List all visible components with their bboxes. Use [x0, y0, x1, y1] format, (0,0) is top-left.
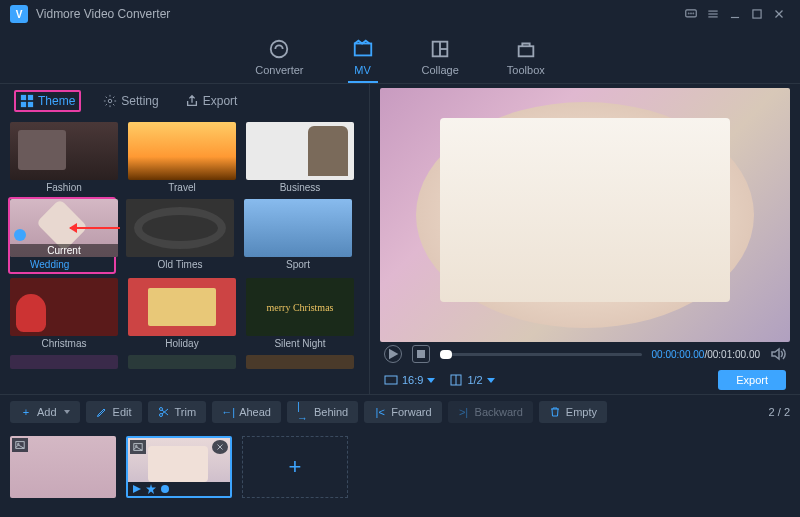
tab-mv[interactable]: MV	[348, 28, 378, 83]
forward-icon: |<	[374, 406, 386, 418]
svg-rect-16	[518, 46, 533, 56]
svg-rect-24	[385, 376, 397, 384]
behind-button[interactable]: |→Behind	[287, 401, 358, 423]
behind-icon: |→	[297, 406, 309, 418]
timeline-clip-2[interactable]	[126, 436, 232, 498]
remove-clip-icon[interactable]	[212, 440, 228, 454]
chevron-down-icon	[64, 410, 70, 414]
theme-icon	[20, 94, 34, 108]
app-logo-icon: V	[10, 5, 28, 23]
play-icon[interactable]	[132, 484, 142, 494]
subtab-export-label: Export	[203, 94, 238, 108]
main-tabs: Converter MV Collage Toolbox	[0, 28, 800, 84]
theme-holiday[interactable]: Holiday	[128, 278, 236, 351]
image-icon	[130, 440, 146, 454]
feedback-icon[interactable]	[680, 3, 702, 25]
toolbox-icon	[515, 38, 537, 60]
minimize-button[interactable]	[724, 3, 746, 25]
svg-rect-12	[354, 43, 371, 55]
tab-toolbox[interactable]: Toolbox	[503, 28, 549, 83]
trash-icon	[549, 406, 561, 418]
svg-rect-18	[28, 95, 33, 100]
svg-rect-20	[28, 102, 33, 107]
svg-rect-8	[753, 10, 761, 18]
video-preview[interactable]	[380, 88, 790, 342]
svg-marker-35	[133, 485, 141, 493]
subtab-setting[interactable]: Setting	[99, 92, 162, 110]
subtab-theme-label: Theme	[38, 94, 75, 108]
stop-button[interactable]	[412, 345, 430, 363]
seek-bar[interactable]	[440, 353, 642, 356]
export-icon	[185, 94, 199, 108]
theme-wedding[interactable]: Current Wedding	[8, 197, 116, 274]
theme-business[interactable]: Business	[246, 122, 354, 195]
page-icon	[449, 373, 463, 387]
svg-point-11	[271, 40, 288, 57]
edit-icon	[96, 406, 108, 418]
svg-point-3	[693, 13, 694, 14]
maximize-button[interactable]	[746, 3, 768, 25]
edit-button[interactable]: Edit	[86, 401, 142, 423]
ahead-icon: ←|	[222, 406, 234, 418]
timeline: +	[0, 428, 800, 506]
theme-sport[interactable]: Sport	[244, 199, 352, 274]
aspect-icon	[384, 373, 398, 387]
theme-silent-night[interactable]: merry ChristmasSilent Night	[246, 278, 354, 351]
tab-collage[interactable]: Collage	[418, 28, 463, 83]
collage-icon	[429, 38, 451, 60]
export-button[interactable]: Export	[718, 370, 786, 390]
current-label: Current	[10, 244, 118, 257]
backward-button[interactable]: >|Backward	[448, 401, 533, 423]
ahead-button[interactable]: ←|Ahead	[212, 401, 281, 423]
preview-panel: 00:00:00.00/00:01:00.00 16:9 1/2 Export	[370, 84, 800, 394]
tab-mv-label: MV	[354, 64, 371, 76]
subtab-export[interactable]: Export	[181, 92, 242, 110]
add-clip-button[interactable]: +	[242, 436, 348, 498]
options-bar: 16:9 1/2 Export	[380, 366, 790, 394]
theme-more-2[interactable]	[128, 355, 236, 369]
clip-strip	[128, 482, 230, 496]
theme-fashion[interactable]: Fashion	[10, 122, 118, 195]
svg-point-37	[161, 485, 169, 493]
left-panel: Theme Setting Export Fashion Travel Busi…	[0, 84, 370, 394]
title-bar: V Vidmore Video Converter	[0, 0, 800, 28]
svg-point-1	[688, 13, 689, 14]
trim-button[interactable]: Trim	[148, 401, 207, 423]
forward-button[interactable]: |<Forward	[364, 401, 441, 423]
tab-converter[interactable]: Converter	[251, 28, 307, 83]
circle-icon[interactable]	[160, 484, 170, 494]
theme-christmas[interactable]: Christmas	[10, 278, 118, 351]
subtab-theme[interactable]: Theme	[14, 90, 81, 112]
volume-icon[interactable]	[770, 346, 786, 362]
tab-converter-label: Converter	[255, 64, 303, 76]
tab-collage-label: Collage	[422, 64, 459, 76]
theme-more-1[interactable]	[10, 355, 118, 369]
gear-icon	[103, 94, 117, 108]
theme-more-3[interactable]	[246, 355, 354, 369]
sub-tabs: Theme Setting Export	[0, 84, 369, 118]
plus-icon: +	[20, 406, 32, 418]
scissors-icon	[158, 406, 170, 418]
timeline-clip-1[interactable]	[10, 436, 116, 498]
player-controls: 00:00:00.00/00:01:00.00	[380, 342, 790, 366]
app-title: Vidmore Video Converter	[36, 7, 170, 21]
theme-travel[interactable]: Travel	[128, 122, 236, 195]
aspect-ratio-selector[interactable]: 16:9	[384, 373, 435, 387]
star-icon[interactable]	[146, 484, 156, 494]
clip-toolbar: +Add Edit Trim ←|Ahead |→Behind |<Forwar…	[0, 394, 800, 428]
time-display: 00:00:00.00/00:01:00.00	[652, 349, 760, 360]
page-selector[interactable]: 1/2	[449, 373, 494, 387]
empty-button[interactable]: Empty	[539, 401, 607, 423]
svg-marker-22	[389, 349, 398, 360]
svg-marker-36	[146, 484, 156, 494]
play-button[interactable]	[384, 345, 402, 363]
menu-icon[interactable]	[702, 3, 724, 25]
clip-counter: 2 / 2	[769, 406, 790, 418]
svg-rect-23	[417, 350, 425, 358]
theme-old-times[interactable]: Old Times	[126, 199, 234, 274]
main-area: Theme Setting Export Fashion Travel Busi…	[0, 84, 800, 394]
close-button[interactable]	[768, 3, 790, 25]
backward-icon: >|	[458, 406, 470, 418]
svg-point-21	[109, 99, 113, 103]
add-button[interactable]: +Add	[10, 401, 80, 423]
